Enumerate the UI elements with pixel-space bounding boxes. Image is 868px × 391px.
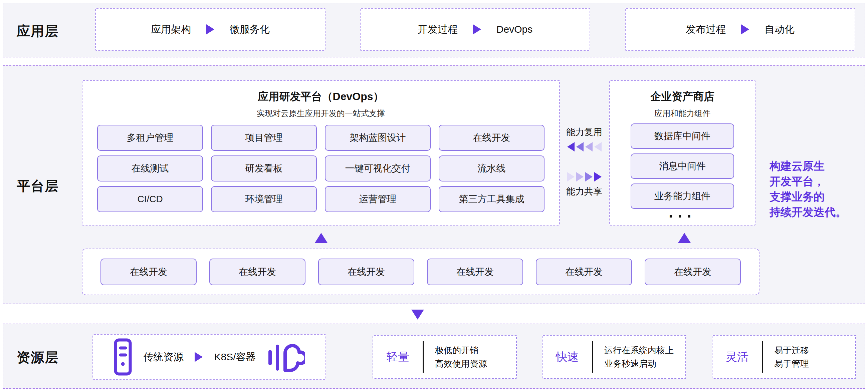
devops-panel-title: 应用研发平台（DevOps）	[83, 89, 559, 104]
feature-line: 运行在系统内核上	[604, 344, 674, 357]
asset-cell: 数据库中间件	[631, 124, 734, 149]
flow-right-label: 微服务化	[230, 23, 270, 36]
ellipsis-icon: ···	[610, 209, 755, 223]
arrow-right-icon	[195, 352, 203, 362]
feature-description: 易于迁移 易于管理	[774, 344, 809, 370]
asset-store-subtitle: 应用和能力组件	[610, 108, 755, 119]
devops-capability-grid: 多租户管理 项目管理 架构蓝图设计 在线开发 在线测试 研发看板 一键可视化交付…	[97, 125, 545, 212]
triangle-right-icon	[576, 172, 584, 182]
flow-right-label: 自动化	[765, 23, 795, 36]
feature-flexible: 灵活 易于迁移 易于管理	[712, 335, 856, 379]
slogan-line: 持续开发迭代。	[770, 204, 847, 220]
resource-layer: 资源层 传统资源 K8S/容器 轻量 极低的开销 高效使用资源 快速 运行在系统…	[3, 324, 865, 389]
app-flow-devprocess: 开发过程 DevOps	[360, 8, 590, 51]
slogan-line: 支撑业务的	[770, 189, 847, 204]
feature-lightweight: 轻量 极低的开销 高效使用资源	[373, 335, 517, 379]
devops-cell: 运营管理	[325, 186, 431, 212]
online-dev-cell: 在线开发	[318, 259, 414, 285]
resource-layer-label: 资源层	[17, 348, 59, 367]
arrow-down-icon	[411, 309, 424, 320]
slogan-line: 构建云原生	[770, 159, 847, 174]
asset-cell: 消息中间件	[631, 154, 734, 179]
feature-keyword: 灵活	[712, 349, 762, 365]
arrows-left-icon	[567, 142, 601, 152]
arrow-right-icon	[473, 24, 481, 34]
flow-right-label: DevOps	[496, 24, 532, 35]
cloud-container-icon	[268, 339, 305, 374]
platform-layer-label: 平台层	[17, 177, 59, 195]
online-dev-row: 在线开发 在线开发 在线开发 在线开发 在线开发 在线开发	[82, 249, 760, 295]
feature-line: 业务秒速启动	[604, 357, 674, 370]
feature-description: 极低的开销 高效使用资源	[435, 344, 487, 370]
online-dev-cell: 在线开发	[536, 259, 632, 285]
devops-panel-subtitle: 实现对云原生应用开发的一站式支撑	[83, 108, 559, 119]
feature-line: 极低的开销	[435, 344, 487, 357]
capability-share-label: 能力共享	[566, 186, 602, 197]
devops-cell: 项目管理	[211, 125, 317, 151]
devops-cell: 多租户管理	[97, 125, 203, 151]
devops-platform-panel: 应用研发平台（DevOps） 实现对云原生应用开发的一站式支撑 多租户管理 项目…	[82, 80, 560, 226]
feature-line: 易于管理	[774, 357, 809, 370]
divider	[762, 341, 763, 373]
feature-line: 高效使用资源	[435, 357, 487, 370]
flow-left-label: 开发过程	[417, 23, 458, 36]
devops-cell: 在线测试	[97, 156, 203, 182]
platform-layer: 平台层 应用研发平台（DevOps） 实现对云原生应用开发的一站式支撑 多租户管…	[3, 65, 865, 304]
devops-cell: 研发看板	[211, 156, 317, 182]
app-flow-release: 发布过程 自动化	[625, 8, 855, 51]
application-layer-label: 应用层	[17, 22, 59, 40]
triangle-right-icon	[594, 172, 601, 182]
app-flow-architecture: 应用架构 微服务化	[95, 8, 326, 51]
devops-cell: CI/CD	[97, 186, 203, 212]
asset-store-title: 企业资产商店	[610, 89, 755, 104]
triangle-left-icon	[585, 142, 593, 152]
feature-fast: 快速 运行在系统内核上 业务秒速启动	[542, 335, 686, 379]
triangle-left-icon	[567, 142, 575, 152]
triangle-left-icon	[594, 142, 601, 152]
arrow-up-icon	[678, 233, 691, 243]
resource-left-label: 传统资源	[143, 350, 183, 364]
arrow-up-icon	[315, 233, 328, 243]
feature-description: 运行在系统内核上 业务秒速启动	[604, 344, 674, 370]
resource-right-label: K8S/容器	[214, 350, 256, 364]
application-layer: 应用层 应用架构 微服务化 开发过程 DevOps 发布过程 自动化	[3, 3, 865, 57]
triangle-right-icon	[585, 172, 593, 182]
online-dev-cell: 在线开发	[645, 259, 741, 285]
arrows-right-icon	[567, 172, 601, 182]
flow-left-label: 发布过程	[686, 23, 726, 36]
flow-left-label: 应用架构	[151, 23, 191, 36]
devops-cell: 一键可视化交付	[325, 156, 431, 182]
triangle-right-icon	[567, 172, 575, 182]
asset-store-panel: 企业资产商店 应用和能力组件 数据库中间件 消息中间件 业务能力组件 ···	[609, 80, 755, 226]
arrow-right-icon	[741, 24, 749, 34]
feature-keyword: 快速	[542, 349, 592, 365]
capability-exchange: 能力复用 能力共享	[561, 126, 607, 197]
devops-cell: 在线开发	[439, 125, 545, 151]
feature-line: 易于迁移	[774, 344, 809, 357]
capability-reuse-label: 能力复用	[566, 126, 602, 138]
online-dev-cell: 在线开发	[427, 259, 523, 285]
resource-transform-box: 传统资源 K8S/容器	[92, 334, 326, 380]
devops-cell: 架构蓝图设计	[325, 125, 431, 151]
triangle-left-icon	[576, 142, 584, 152]
online-dev-cell: 在线开发	[209, 259, 306, 285]
arrow-right-icon	[206, 24, 214, 34]
devops-cell: 流水线	[439, 156, 545, 182]
feature-keyword: 轻量	[373, 349, 423, 365]
divider	[423, 341, 424, 373]
platform-slogan: 构建云原生 开发平台， 支撑业务的 持续开发迭代。	[770, 159, 847, 220]
server-icon	[114, 338, 132, 376]
asset-cell: 业务能力组件	[631, 184, 734, 209]
devops-cell: 第三方工具集成	[439, 186, 545, 212]
devops-cell: 环境管理	[211, 186, 317, 212]
divider	[592, 341, 593, 373]
slogan-line: 开发平台，	[770, 174, 847, 189]
online-dev-cell: 在线开发	[100, 259, 197, 285]
